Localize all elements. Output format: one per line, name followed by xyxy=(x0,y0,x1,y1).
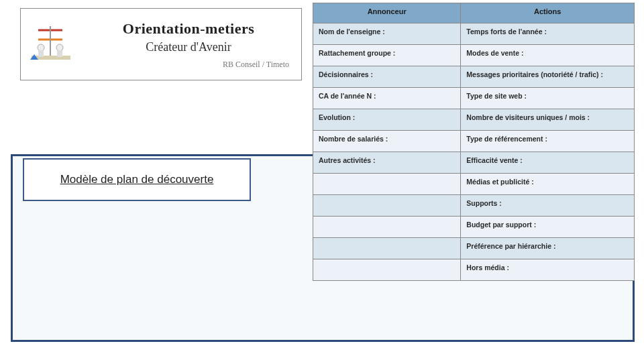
cell-right: Type de référencement : xyxy=(461,131,635,152)
cell-right: Type de site web : xyxy=(461,88,635,109)
cell-left: Nom de l'enseigne : xyxy=(313,23,461,45)
table-row: Décisionnaires :Messages prioritaires (n… xyxy=(313,66,635,88)
svg-point-4 xyxy=(38,44,44,51)
logo-title: Orientation-metiers xyxy=(83,20,294,38)
cell-left-empty xyxy=(313,217,461,238)
cell-left: Décisionnaires : xyxy=(313,66,461,88)
cell-left: Rattachement groupe : xyxy=(313,45,461,66)
logo-subtitle: Créateur d'Avenir xyxy=(83,40,294,54)
table-row: Supports : xyxy=(313,195,635,217)
cell-right: Médias et publicité : xyxy=(461,174,635,195)
cell-left-empty xyxy=(313,238,461,259)
cell-right: Nombre de visiteurs uniques / mois : xyxy=(461,109,635,131)
cell-left: CA de l'année N : xyxy=(313,88,461,109)
cell-right: Modes de vente : xyxy=(461,45,635,66)
table-header-row: Annonceur Actions xyxy=(313,3,635,23)
svg-rect-7 xyxy=(57,50,62,57)
cell-right: Supports : xyxy=(461,195,635,217)
cell-right: Temps forts de l'année : xyxy=(461,23,635,45)
logo-card: Orientation-metiers Créateur d'Avenir RB… xyxy=(20,8,302,80)
header-actions: Actions xyxy=(461,3,635,23)
cell-left: Nombre de salariés : xyxy=(313,131,461,152)
table-row: CA de l'année N :Type de site web : xyxy=(313,88,635,109)
cell-right: Préférence par hiérarchie : xyxy=(461,238,635,259)
table-row: Budget par support : xyxy=(313,217,635,238)
discovery-table: Annonceur Actions Nom de l'enseigne :Tem… xyxy=(313,3,635,281)
cell-left-empty xyxy=(313,259,461,281)
cell-right: Hors média : xyxy=(461,259,635,281)
cell-left-empty xyxy=(313,195,461,217)
cell-right: Budget par support : xyxy=(461,217,635,238)
table-row: Préférence par hiérarchie : xyxy=(313,238,635,259)
cell-left: Evolution : xyxy=(313,109,461,131)
table-row: Evolution :Nombre de visiteurs uniques /… xyxy=(313,109,635,131)
table-row: Autres activités :Efficacité vente : xyxy=(313,152,635,174)
logo-illustration xyxy=(21,9,81,80)
table-row: Rattachement groupe :Modes de vente : xyxy=(313,45,635,66)
cell-right: Messages prioritaires (notoriété / trafi… xyxy=(461,66,635,88)
header-annonceur: Annonceur xyxy=(313,3,461,23)
cell-left-empty xyxy=(313,174,461,195)
svg-point-6 xyxy=(56,44,63,51)
logo-text-block: Orientation-metiers Créateur d'Avenir RB… xyxy=(81,16,301,72)
logo-footer: RB Conseil / Timeto xyxy=(83,60,294,70)
table-row: Nom de l'enseigne :Temps forts de l'anné… xyxy=(313,23,635,45)
table-row: Médias et publicité : xyxy=(313,174,635,195)
svg-rect-5 xyxy=(38,50,44,57)
title-box-text: Modèle de plan de découverte xyxy=(60,173,214,186)
cell-right: Efficacité vente : xyxy=(461,152,635,174)
table-row: Nombre de salariés :Type de référencemen… xyxy=(313,131,635,152)
table-row: Hors média : xyxy=(313,259,635,281)
title-box: Modèle de plan de découverte xyxy=(23,158,251,201)
cell-left: Autres activités : xyxy=(313,152,461,174)
